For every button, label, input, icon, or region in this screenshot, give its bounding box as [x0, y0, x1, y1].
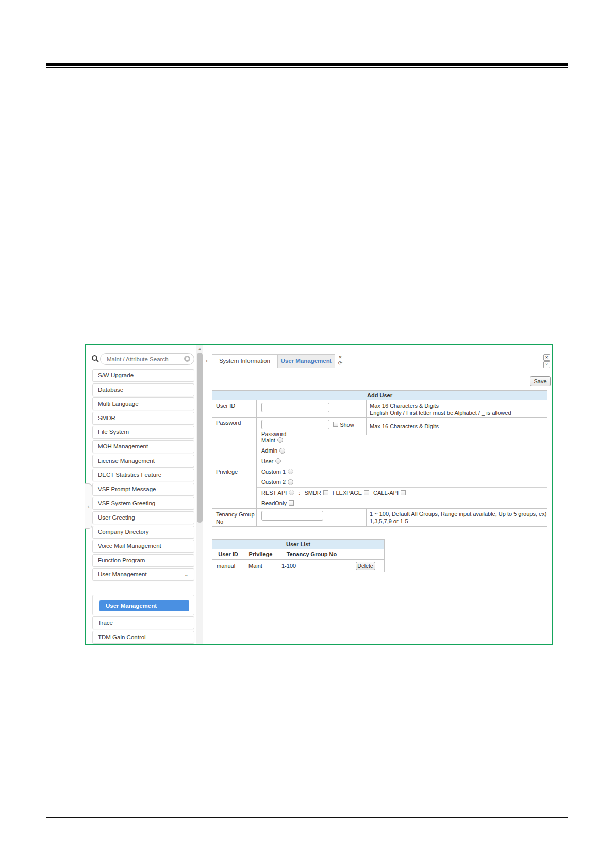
sidebar-item-user-management[interactable]: User Management ⌄ — [92, 568, 194, 581]
scrollbar-up-icon[interactable]: ▲ — [196, 345, 203, 352]
user-list-title: User List — [212, 540, 384, 549]
sidebar-collapse-handle[interactable]: ‹ — [85, 483, 92, 529]
call-api-checkbox[interactable] — [401, 490, 406, 495]
privilege-option-rest-api: REST API : SMDR FLEXPAGE CALL-API — [257, 487, 547, 497]
chevron-down-icon: ⌄ — [184, 569, 189, 580]
add-user-title: Add User — [212, 391, 547, 400]
cell-tenancy: 1-100 — [277, 560, 346, 572]
col-privilege: Privilege — [244, 549, 277, 559]
custom1-radio[interactable] — [288, 469, 293, 474]
table-row: manual Maint 1-100 Delete — [212, 559, 384, 572]
sidebar: S/W Upgrade Database Multi Language SMDR… — [86, 345, 204, 644]
privilege-option-maint: Maint — [257, 435, 547, 445]
sidebar-item-company-directory[interactable]: Company Directory — [92, 526, 194, 539]
tab-refresh-icon[interactable]: ⟳ — [337, 360, 343, 366]
cell-user-id: manual — [212, 560, 244, 572]
password-hint: Max 16 Characters & Digits — [367, 418, 547, 435]
sidebar-item-moh-management[interactable]: MOH Management — [92, 440, 194, 453]
password-row: Password Show Password Max 16 Characters… — [212, 417, 547, 435]
col-actions — [346, 549, 384, 559]
sidebar-item-voice-mail[interactable]: Voice Mail Management — [92, 540, 194, 553]
sidebar-item-multi-language[interactable]: Multi Language — [92, 397, 194, 410]
save-button[interactable]: Save — [530, 376, 551, 386]
maint-radio[interactable] — [277, 437, 283, 443]
clear-search-icon[interactable] — [184, 356, 190, 362]
sidebar-item-tdm-gain-control[interactable]: TDM Gain Control — [92, 631, 194, 644]
sidebar-item-trace[interactable]: Trace — [92, 616, 194, 629]
sidebar-item-vsf-greeting[interactable]: VSF System Greeting — [92, 497, 194, 510]
sidebar-item-user-greeting[interactable]: User Greeting — [92, 511, 194, 524]
tenancy-row: Tenancy Group No 1 ~ 100, Default All Gr… — [212, 508, 547, 527]
password-input[interactable] — [261, 420, 329, 429]
user-id-hint: Max 16 Characters & Digits English Only … — [367, 400, 547, 417]
tab-back-icon[interactable]: ‹ — [206, 357, 208, 364]
privilege-option-user: User — [257, 456, 547, 466]
custom2-radio[interactable] — [288, 479, 293, 485]
col-tenancy: Tenancy Group No — [277, 549, 346, 559]
show-password-label: Show — [340, 422, 354, 428]
user-id-input[interactable] — [261, 403, 329, 412]
user-list-header-row: User ID Privilege Tenancy Group No — [212, 549, 384, 559]
section-separator — [212, 532, 551, 532]
tab-user-management[interactable]: User Management — [277, 354, 335, 368]
search-icon — [91, 355, 99, 363]
cell-privilege: Maint — [244, 560, 277, 572]
privilege-label: Privilege — [212, 435, 257, 508]
tenancy-label: Tenancy Group No — [212, 509, 257, 527]
sidebar-item-file-system[interactable]: File System — [92, 426, 194, 439]
show-password-checkbox[interactable] — [333, 422, 338, 427]
privilege-option-custom1: Custom 1 — [257, 466, 547, 476]
user-id-label: User ID — [212, 400, 257, 417]
privilege-option-admin: Admin — [257, 445, 547, 455]
tab-system-information[interactable]: System Information — [212, 354, 277, 368]
document-page: S/W Upgrade Database Multi Language SMDR… — [0, 0, 614, 868]
sidebar-scrollbar[interactable]: ▲ — [196, 345, 203, 644]
sidebar-submenu: User Management — [92, 595, 194, 615]
scrollbar-thumb[interactable] — [197, 353, 203, 523]
bottom-rule — [46, 817, 568, 818]
user-id-row: User ID Max 16 Characters & Digits Engli… — [212, 400, 547, 417]
sidebar-subitem-user-management-selected[interactable]: User Management — [99, 600, 189, 611]
tab-close-icon[interactable]: ✕ — [337, 354, 343, 360]
privilege-option-custom2: Custom 2 — [257, 477, 547, 487]
admin-radio[interactable] — [279, 448, 285, 454]
sidebar-item-label: User Management — [98, 571, 147, 577]
content-area: ‹ System Information User Management ✕ ⟳… — [204, 345, 552, 644]
sidebar-item-license-management[interactable]: License Management — [92, 455, 194, 468]
col-user-id: User ID — [212, 549, 244, 559]
user-list-table: User List User ID Privilege Tenancy Grou… — [212, 539, 385, 572]
rest-api-radio[interactable] — [289, 490, 294, 495]
password-label: Password — [212, 418, 257, 435]
window-collapse-button[interactable]: ˅ — [543, 361, 550, 368]
sidebar-item-function-program[interactable]: Function Program — [92, 554, 194, 567]
tenancy-input[interactable] — [261, 511, 323, 521]
admin-ui-panel: S/W Upgrade Database Multi Language SMDR… — [85, 344, 553, 645]
delete-button[interactable]: Delete — [356, 562, 375, 570]
flexpage-checkbox[interactable] — [364, 490, 369, 495]
sidebar-item-smdr[interactable]: SMDR — [92, 412, 194, 425]
sidebar-item-vsf-prompt[interactable]: VSF Prompt Message — [92, 483, 194, 496]
top-rule — [46, 63, 568, 68]
privilege-option-readonly: ReadOnly — [257, 498, 547, 508]
sidebar-search-input[interactable] — [100, 353, 194, 365]
window-close-button[interactable]: ✕ — [543, 354, 550, 361]
tenancy-hint: 1 ~ 100, Default All Groups, Range input… — [367, 509, 547, 527]
user-radio[interactable] — [275, 458, 281, 464]
sidebar-item-sw-upgrade[interactable]: S/W Upgrade — [92, 369, 194, 382]
privilege-row: Privilege Maint Admin User — [212, 435, 547, 508]
readonly-checkbox[interactable] — [289, 500, 294, 506]
sidebar-item-database[interactable]: Database — [92, 383, 194, 396]
add-user-table: Add User User ID Max 16 Characters & Dig… — [212, 390, 547, 527]
sidebar-item-dect-statistics[interactable]: DECT Statistics Feature — [92, 469, 194, 481]
smdr-checkbox[interactable] — [323, 490, 328, 495]
